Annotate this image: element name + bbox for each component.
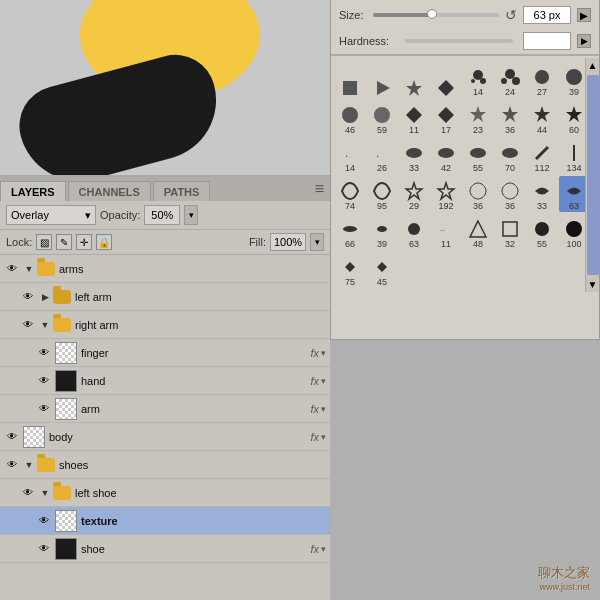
brush-cell-6[interactable]: 27 <box>527 62 557 98</box>
layer-row[interactable]: 👁texture <box>0 507 330 535</box>
brush-cell-28[interactable]: 36 <box>463 176 493 212</box>
lock-move-icon[interactable]: ✛ <box>76 234 92 250</box>
brush-cell-3[interactable] <box>431 62 461 98</box>
fx-badge[interactable]: fx <box>310 375 319 387</box>
layer-row[interactable]: 👁▼shoes <box>0 451 330 479</box>
brush-cell-27[interactable]: 192 <box>431 176 461 212</box>
fx-arrow[interactable]: ▾ <box>321 432 326 442</box>
brush-cell-37[interactable]: 32 <box>495 214 525 250</box>
svg-point-12 <box>374 107 390 123</box>
layer-row[interactable]: 👁armfx▾ <box>0 395 330 423</box>
layer-row[interactable]: 👁handfx▾ <box>0 367 330 395</box>
brush-cell-21[interactable]: 70 <box>495 138 525 174</box>
layer-row[interactable]: 👁bodyfx▾ <box>0 423 330 451</box>
brush-cell-1[interactable] <box>367 62 397 98</box>
panel-right-arrow[interactable]: ▶ <box>577 8 591 22</box>
brush-cell-16[interactable]: .14 <box>335 138 365 174</box>
fill-arrow[interactable]: ▾ <box>310 233 324 251</box>
eye-icon[interactable]: 👁 <box>20 289 36 305</box>
brush-cell-34[interactable]: 63 <box>399 214 429 250</box>
brush-cell-32[interactable]: 66 <box>335 214 365 250</box>
expand-icon[interactable]: ▼ <box>39 487 51 499</box>
brush-cell-36[interactable]: 48 <box>463 214 493 250</box>
brush-cell-19[interactable]: 42 <box>431 138 461 174</box>
lock-transparency-icon[interactable]: ▨ <box>36 234 52 250</box>
brush-cell-9[interactable]: 59 <box>367 100 397 136</box>
layer-row[interactable]: 👁▼arms <box>0 255 330 283</box>
scroll-thumb[interactable] <box>587 75 599 275</box>
eye-icon[interactable]: 👁 <box>4 457 20 473</box>
lock-all-icon[interactable]: 🔒 <box>96 234 112 250</box>
expand-icon[interactable]: ▼ <box>39 319 51 331</box>
size-slider-thumb <box>427 9 437 19</box>
layer-row[interactable]: 👁▼left shoe <box>0 479 330 507</box>
brush-cell-25[interactable]: 95 <box>367 176 397 212</box>
eye-icon[interactable]: 👁 <box>36 373 52 389</box>
scroll-down-btn[interactable]: ▼ <box>586 277 600 292</box>
expand-icon[interactable]: ▼ <box>23 459 35 471</box>
brush-cell-14[interactable]: 44 <box>527 100 557 136</box>
fx-badge[interactable]: fx <box>310 543 319 555</box>
fx-arrow[interactable]: ▾ <box>321 376 326 386</box>
lock-paint-icon[interactable]: ✎ <box>56 234 72 250</box>
layer-row[interactable]: 👁fingerfx▾ <box>0 339 330 367</box>
eye-icon[interactable]: 👁 <box>4 429 20 445</box>
brush-cell-41[interactable]: 45 <box>367 252 397 288</box>
brush-cell-5[interactable]: 24 <box>495 62 525 98</box>
refresh-icon[interactable]: ↺ <box>505 7 517 23</box>
panel-options-icon[interactable]: ≡ <box>315 177 330 201</box>
layer-row[interactable]: 👁▼right arm <box>0 311 330 339</box>
fx-arrow[interactable]: ▾ <box>321 544 326 554</box>
scroll-up-btn[interactable]: ▲ <box>586 58 600 73</box>
brush-cell-2[interactable] <box>399 62 429 98</box>
fx-badge[interactable]: fx <box>310 347 319 359</box>
tab-channels[interactable]: CHANNELS <box>68 181 151 201</box>
opacity-input[interactable] <box>144 205 180 225</box>
expand-icon[interactable]: ▶ <box>39 291 51 303</box>
fx-arrow[interactable]: ▾ <box>321 404 326 414</box>
brush-cell-12[interactable]: 23 <box>463 100 493 136</box>
brush-cell-13[interactable]: 36 <box>495 100 525 136</box>
eye-icon[interactable]: 👁 <box>4 261 20 277</box>
tab-paths[interactable]: PATHS <box>153 181 211 201</box>
brush-cell-30[interactable]: 33 <box>527 176 557 212</box>
eye-icon[interactable]: 👁 <box>20 485 36 501</box>
brush-cell-8[interactable]: 46 <box>335 100 365 136</box>
fx-arrow[interactable]: ▾ <box>321 348 326 358</box>
brush-cell-17[interactable]: .26 <box>367 138 397 174</box>
eye-icon[interactable]: 👁 <box>36 401 52 417</box>
brush-cell-29[interactable]: 36 <box>495 176 525 212</box>
brush-cell-24[interactable]: 74 <box>335 176 365 212</box>
brush-cell-4[interactable]: 14 <box>463 62 493 98</box>
fx-badge[interactable]: fx <box>310 403 319 415</box>
brush-cell-40[interactable]: 75 <box>335 252 365 288</box>
hardness-input[interactable] <box>523 32 571 50</box>
brush-cell-10[interactable]: 11 <box>399 100 429 136</box>
expand-icon[interactable]: ▼ <box>23 263 35 275</box>
brush-cell-22[interactable]: 112 <box>527 138 557 174</box>
brush-cell-33[interactable]: 39 <box>367 214 397 250</box>
brush-cell-35[interactable]: ··11 <box>431 214 461 250</box>
blend-mode-select[interactable]: Overlay ▾ <box>6 205 96 225</box>
brush-scrollbar[interactable]: ▲ ▼ <box>585 58 599 292</box>
eye-icon[interactable]: 👁 <box>36 541 52 557</box>
brush-cell-20[interactable]: 55 <box>463 138 493 174</box>
size-slider-track[interactable] <box>373 13 499 17</box>
hardness-arrow[interactable]: ▶ <box>577 34 591 48</box>
brush-cell-0[interactable] <box>335 62 365 98</box>
brush-cell-38[interactable]: 55 <box>527 214 557 250</box>
svg-point-25 <box>408 223 420 235</box>
tab-layers[interactable]: LAYERS <box>0 181 66 201</box>
fx-badge[interactable]: fx <box>310 431 319 443</box>
opacity-arrow[interactable]: ▾ <box>184 205 198 225</box>
fill-input[interactable] <box>270 233 306 251</box>
brush-cell-11[interactable]: 17 <box>431 100 461 136</box>
eye-icon[interactable]: 👁 <box>36 513 52 529</box>
layer-row[interactable]: 👁shoefx▾ <box>0 535 330 563</box>
eye-icon[interactable]: 👁 <box>20 317 36 333</box>
layer-row[interactable]: 👁▶left arm <box>0 283 330 311</box>
size-input[interactable] <box>523 6 571 24</box>
brush-cell-26[interactable]: 29 <box>399 176 429 212</box>
brush-cell-18[interactable]: 33 <box>399 138 429 174</box>
eye-icon[interactable]: 👁 <box>36 345 52 361</box>
